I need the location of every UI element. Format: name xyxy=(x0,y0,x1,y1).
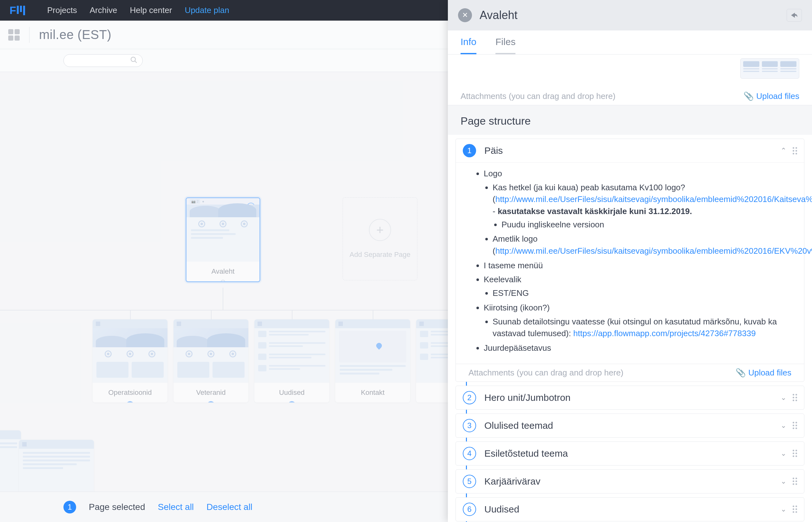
chevron-down-icon: ⌄ xyxy=(780,421,786,430)
close-panel-button[interactable]: ✕ xyxy=(458,8,472,22)
page-label: Operatsioonid xyxy=(93,383,167,402)
drag-handle-icon[interactable] xyxy=(793,147,797,155)
upload-label: Upload files xyxy=(756,91,799,101)
chevron-down-icon: ⌄ xyxy=(780,394,786,402)
deselect-all-button[interactable]: Deselect all xyxy=(206,502,253,512)
structure-number: 1 xyxy=(463,144,476,157)
structure-title: Uudised xyxy=(484,504,519,515)
structure-title: Hero unit/Jumbotron xyxy=(484,392,571,403)
structure-title: Olulised teemad xyxy=(484,420,553,431)
upload-label: Upload files xyxy=(748,368,791,378)
project-title: mil.ee (EST) xyxy=(39,27,111,42)
svg-line-9 xyxy=(135,61,137,63)
attachments-hint: Attachments (you can drag and drop here) xyxy=(460,91,616,101)
structure-number: 3 xyxy=(463,419,476,432)
upload-files-button[interactable]: 📎 Upload files xyxy=(744,91,799,101)
nav-help[interactable]: Help center xyxy=(130,5,172,15)
structure-item-6: 6 Uudised ⌄ xyxy=(455,497,805,521)
panel-title: Avaleht xyxy=(480,8,517,22)
structure-item-5: 5 Karjäärivärav ⌄ xyxy=(455,469,805,494)
chevron-up-icon: ⌃ xyxy=(780,146,786,155)
close-icon: ✕ xyxy=(462,11,468,19)
selection-label: Page selected xyxy=(89,502,145,512)
paperclip-icon: 📎 xyxy=(736,368,746,378)
plus-icon: + xyxy=(369,219,391,241)
add-separate-label: Add Separate Page xyxy=(350,250,411,259)
structure-number: 6 xyxy=(463,503,476,516)
page-structure-heading: Page structure xyxy=(448,105,812,135)
drag-handle-icon[interactable] xyxy=(793,422,797,429)
page-card-avaleht[interactable]: ✓ 📷 2● Avaleht xyxy=(185,197,260,282)
comment-count: 2 xyxy=(197,199,199,203)
structure-item-header[interactable]: 1 Päis ⌃ xyxy=(456,139,804,162)
panel-tab-files[interactable]: Files xyxy=(495,37,515,54)
structure-item-3: 3 Olulised teemad ⌄ xyxy=(455,414,805,438)
attachments-dropzone[interactable]: Attachments (you can drag and drop here)… xyxy=(448,87,812,105)
attachments-hint: Attachments (you can drag and drop here) xyxy=(469,368,623,378)
add-separate-page[interactable]: + Add Separate Page xyxy=(342,197,417,280)
template-thumbnail[interactable] xyxy=(740,58,799,79)
share-button[interactable] xyxy=(787,9,802,22)
link-kv100-pdf[interactable]: http://www.mil.ee/UserFiles/sisu/kaitsev… xyxy=(495,195,812,204)
upload-files-button[interactable]: 📎 Upload files xyxy=(736,368,791,378)
page-label: Kontakt xyxy=(335,383,410,402)
drag-handle-icon[interactable] xyxy=(793,505,797,513)
drag-handle-icon[interactable] xyxy=(793,394,797,401)
structure-content: Logo Kas hetkel (ja kui kaua) peab kasut… xyxy=(456,162,804,364)
structure-number: 5 xyxy=(463,475,476,488)
page-label: Uudised xyxy=(254,383,329,402)
page-label: Avaleht xyxy=(186,262,259,281)
chevron-down-icon: ⌄ xyxy=(780,505,786,514)
page-card-partial-left-1[interactable] xyxy=(0,430,21,494)
structure-item-4: 4 Esiletõstetud teema ⌄ xyxy=(455,441,805,465)
page-card-veteranid[interactable]: Veteranid ▾ xyxy=(174,319,249,402)
nav-archive[interactable]: Archive xyxy=(90,5,117,15)
drag-handle-icon[interactable] xyxy=(793,450,797,457)
attachments-dropzone-item[interactable]: Attachments (you can drag and drop here)… xyxy=(456,364,804,382)
structure-item-header[interactable]: 6 Uudised ⌄ xyxy=(456,498,804,521)
structure-item-1: 1 Päis ⌃ Logo Kas hetkel (ja kui kaua) p… xyxy=(455,139,805,382)
select-all-button[interactable]: Select all xyxy=(158,502,194,512)
panel-body[interactable]: Attachments (you can drag and drop here)… xyxy=(448,55,812,522)
search-icon xyxy=(131,57,137,65)
structure-item-header[interactable]: 2 Hero unit/Jumbotron ⌄ xyxy=(456,386,804,409)
page-card-uudised[interactable]: Uudised ▾ xyxy=(254,319,329,402)
chevron-down-icon: ⌄ xyxy=(780,477,786,485)
chevron-down-icon: ⌄ xyxy=(780,449,786,458)
nav-projects[interactable]: Projects xyxy=(47,5,77,15)
drag-handle-icon[interactable] xyxy=(793,478,797,485)
structure-number: 2 xyxy=(463,391,476,404)
structure-title: Esiletõstetud teema xyxy=(484,448,568,459)
structure-title: Päis xyxy=(484,145,503,156)
page-card-kontakt[interactable]: Kontakt xyxy=(335,319,410,402)
svg-point-8 xyxy=(131,57,135,62)
paperclip-icon: 📎 xyxy=(744,91,754,101)
search-input[interactable] xyxy=(63,54,143,67)
link-flowmapp[interactable]: https://app.flowmapp.com/projects/42736#… xyxy=(573,328,755,338)
structure-item-2: 2 Hero unit/Jumbotron ⌄ xyxy=(455,386,805,410)
selection-count: 1 xyxy=(63,501,76,514)
panel-tabs: Info Files xyxy=(448,31,812,55)
structure-item-header[interactable]: 4 Esiletõstetud teema ⌄ xyxy=(456,442,804,465)
structure-item-header[interactable]: 5 Karjäärivärav ⌄ xyxy=(456,470,804,493)
divider xyxy=(29,27,29,43)
page-label: Veteranid xyxy=(174,383,249,402)
panel-header: ✕ Avaleht xyxy=(448,0,812,31)
page-card-operatsioonid[interactable]: Operatsioonid ▾ xyxy=(93,319,167,402)
structure-item-header[interactable]: 3 Olulised teemad ⌄ xyxy=(456,414,804,437)
share-icon xyxy=(790,12,798,18)
structure-number: 4 xyxy=(463,447,476,460)
structure-title: Karjäärivärav xyxy=(484,476,540,487)
panel-tab-info[interactable]: Info xyxy=(460,37,476,54)
app-logo[interactable]: F xyxy=(9,4,25,17)
page-details-panel: ✕ Avaleht Info Files Attachments (you ca… xyxy=(448,0,812,522)
nav-update-plan[interactable]: Update plan xyxy=(184,5,229,15)
link-ekv-pdf[interactable]: http://www.mil.ee/UserFiles/sisu/kaitsev… xyxy=(495,246,812,256)
apps-icon[interactable] xyxy=(8,29,20,41)
